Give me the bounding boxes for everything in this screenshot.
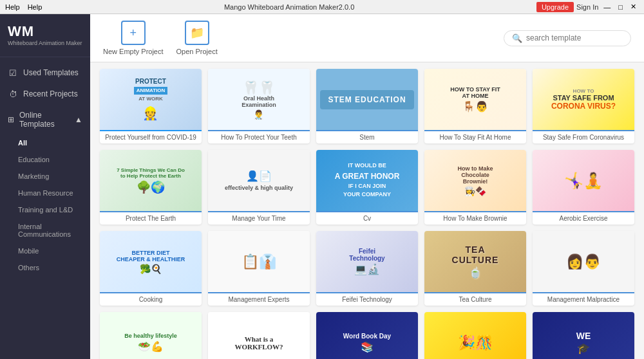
sidebar-sub-item-internal-comms[interactable]: Internal Communications (0, 218, 90, 243)
sidebar-logo: WM Whiteboard Animation Maker (0, 14, 90, 57)
template-card-stem[interactable]: STEM EDUCATION Stem (316, 69, 418, 143)
sidebar-item-label: Recent Projects (23, 89, 78, 98)
template-thumb-earth: 7 Simple Things We Can Doto Help Protect… (100, 150, 202, 211)
titlebar: Help Help Mango Whiteboard Animation Mak… (0, 0, 644, 14)
new-project-icon: + (121, 21, 146, 45)
template-thumb-covid: PROTECT ANIMATION AT WORK 👷 (100, 69, 202, 130)
template-label-malpractice: Management Malpractice (533, 292, 634, 306)
template-thumb-healthy: Be healthy lifestyle 🥗💪 (100, 312, 202, 359)
help-menu-item[interactable]: Help (28, 3, 43, 11)
open-project-icon: 📁 (185, 21, 209, 45)
template-card-time[interactable]: 👤📄 effectively & high quality Manage You… (208, 150, 310, 225)
templates-grid: PROTECT ANIMATION AT WORK 👷 Protect Your… (100, 69, 634, 359)
template-thumb-stem: STEM EDUCATION (316, 69, 418, 130)
sidebar-sub-item-all[interactable]: All (0, 134, 90, 151)
template-card-workflow[interactable]: What is aWORKFLOW? What Is A Workflow (208, 312, 310, 359)
search-box[interactable]: 🔍 (504, 30, 631, 46)
chevron-up-icon: ▲ (75, 115, 82, 124)
sidebar-sub-item-training[interactable]: Training and L&D (0, 201, 90, 218)
content-area: + New Empty Project 📁 Open Project 🔍 (90, 14, 644, 359)
sidebar-item-used-templates[interactable]: ☑ Used Templates (0, 62, 90, 84)
template-label-earth: Protect The Earth (100, 211, 202, 225)
sidebar-sub-item-marketing[interactable]: Marketing (0, 168, 90, 185)
sidebar-nav: ☑ Used Templates ⏱ Recent Projects ⊞ Onl… (0, 57, 90, 359)
sidebar-item-label: Used Templates (23, 68, 79, 77)
template-thumb-malpractice: 👩👨 (533, 231, 634, 292)
template-card-corona[interactable]: HOW TO STAY SAFE FROM CORONA VIRUS? Stay… (533, 69, 634, 143)
sidebar-sub-item-others[interactable]: Others (0, 259, 90, 276)
template-label-feifei: Feifei Technology (316, 292, 418, 306)
online-templates-icon: ⊞ (8, 115, 14, 124)
template-card-tea[interactable]: TEACULTURE 🍵 Tea Culture (424, 231, 526, 306)
template-card-healthy[interactable]: Be healthy lifestyle 🥗💪 Healthy Lifestyl… (100, 312, 202, 359)
template-thumb-feifei: FeifeiTechnology 💻🔬 (316, 231, 418, 292)
template-label-aerobic: Aerobic Exercise (533, 211, 634, 225)
minimize-button[interactable]: — (601, 3, 613, 11)
template-thumb-workflow: What is aWORKFLOW? (208, 312, 310, 359)
template-label-corona: Stay Safe From Coronavirus (533, 130, 634, 143)
template-card-earth[interactable]: 7 Simple Things We Can Doto Help Protect… (100, 150, 202, 225)
template-thumb-graduation: WE 🎓 (533, 312, 634, 359)
titlebar-right: Upgrade Sign In — □ ✕ (536, 2, 639, 12)
template-thumb-corona: HOW TO STAY SAFE FROM CORONA VIRUS? (533, 69, 634, 130)
template-card-festival[interactable]: 🎉🎊 Festival (424, 312, 526, 359)
template-label-cooking: Cooking (100, 292, 202, 306)
main-layout: WM Whiteboard Animation Maker ☑ Used Tem… (0, 14, 644, 359)
sidebar-sub-item-mobile[interactable]: Mobile (0, 243, 90, 259)
template-thumb-mgmt: 📋👔 (208, 231, 310, 292)
template-card-cv[interactable]: IT WOULD BE A GREAT HONOR IF I CAN JOINY… (316, 150, 418, 225)
template-label-cv: Cv (316, 211, 418, 225)
maximize-button[interactable]: □ (616, 3, 625, 11)
template-thumb-festival: 🎉🎊 (424, 312, 526, 359)
template-thumb-cooking: BETTER DIETCHEAPER & HEALTHIER 🥦🍳 (100, 231, 202, 292)
template-card-teeth[interactable]: 🦷🦷 Oral HealthExamination 👨‍⚕️ How To Pr… (208, 69, 310, 143)
recent-projects-icon: ⏱ (8, 89, 18, 99)
close-button[interactable]: ✕ (628, 3, 639, 11)
template-label-stem: Stem (316, 130, 418, 143)
template-label-covid: Protect Yourself from COVID-19 (100, 130, 202, 143)
template-card-feifei[interactable]: FeifeiTechnology 💻🔬 Feifei Technology (316, 231, 418, 306)
toolbar: + New Empty Project 📁 Open Project 🔍 (90, 14, 644, 62)
template-card-malpractice[interactable]: 👩👨 Management Malpractice (533, 231, 634, 306)
sidebar-item-recent-projects[interactable]: ⏱ Recent Projects (0, 84, 90, 105)
open-project-label: Open Project (176, 48, 218, 55)
app-menu-item[interactable]: Help (5, 3, 20, 11)
template-card-covid[interactable]: PROTECT ANIMATION AT WORK 👷 Protect Your… (100, 69, 202, 143)
logo-subtitle: Whiteboard Animation Maker (8, 40, 82, 48)
template-label-time: Manage Your Time (208, 211, 310, 225)
sidebar-sub-item-education[interactable]: Education (0, 151, 90, 168)
template-thumb-cv: IT WOULD BE A GREAT HONOR IF I CAN JOINY… (316, 150, 418, 211)
template-label-teeth: How To Protect Your Teeth (208, 130, 310, 143)
template-card-fit[interactable]: HOW TO STAY FITAT HOME 🪑👨 How To Stay Fi… (424, 69, 526, 143)
template-card-mgmt[interactable]: 📋👔 Management Experts (208, 231, 310, 306)
upgrade-button[interactable]: Upgrade (536, 2, 574, 12)
template-label-mgmt: Management Experts (208, 292, 310, 306)
sidebar-sub-menu: All Education Marketing Human Resource T… (0, 134, 90, 276)
template-thumb-wordbook: Word Book Day 📚 (316, 312, 418, 359)
sidebar: WM Whiteboard Animation Maker ☑ Used Tem… (0, 14, 90, 359)
template-thumb-teeth: 🦷🦷 Oral HealthExamination 👨‍⚕️ (208, 69, 310, 130)
sidebar-item-online-templates[interactable]: ⊞ Online Templates ▲ (0, 105, 90, 134)
template-thumb-tea: TEACULTURE 🍵 (424, 231, 526, 292)
template-thumb-brownie: How to MakeChocolateBrownie! 👩‍🍳🍫 (424, 150, 526, 211)
open-project-button[interactable]: 📁 Open Project (176, 21, 218, 55)
template-card-aerobic[interactable]: 🤸‍♀️🧘 Aerobic Exercise (533, 150, 634, 225)
titlebar-left: Help Help (5, 3, 42, 11)
new-project-label: New Empty Project (103, 48, 164, 55)
signin-button[interactable]: Sign In (576, 3, 598, 11)
template-label-tea: Tea Culture (424, 292, 526, 306)
template-card-brownie[interactable]: How to MakeChocolateBrownie! 👩‍🍳🍫 How To… (424, 150, 526, 225)
template-card-graduation[interactable]: WE 🎓 Graduation (533, 312, 634, 359)
logo-initials: WM (8, 23, 82, 40)
app-title: Mango Whiteboard Animation Maker2.0.0 (224, 3, 354, 11)
used-templates-icon: ☑ (8, 68, 18, 78)
template-thumb-fit: HOW TO STAY FITAT HOME 🪑👨 (424, 69, 526, 130)
template-card-wordbook[interactable]: Word Book Day 📚 Word Book Day (316, 312, 418, 359)
template-label-brownie: How To Make Brownie (424, 211, 526, 225)
template-card-cooking[interactable]: BETTER DIETCHEAPER & HEALTHIER 🥦🍳 Cookin… (100, 231, 202, 306)
new-project-button[interactable]: + New Empty Project (103, 21, 164, 55)
search-input[interactable] (526, 33, 623, 42)
sidebar-sub-item-human-resource[interactable]: Human Resource (0, 185, 90, 201)
sidebar-item-label: Online Templates (19, 111, 75, 129)
templates-area: PROTECT ANIMATION AT WORK 👷 Protect Your… (90, 62, 644, 359)
